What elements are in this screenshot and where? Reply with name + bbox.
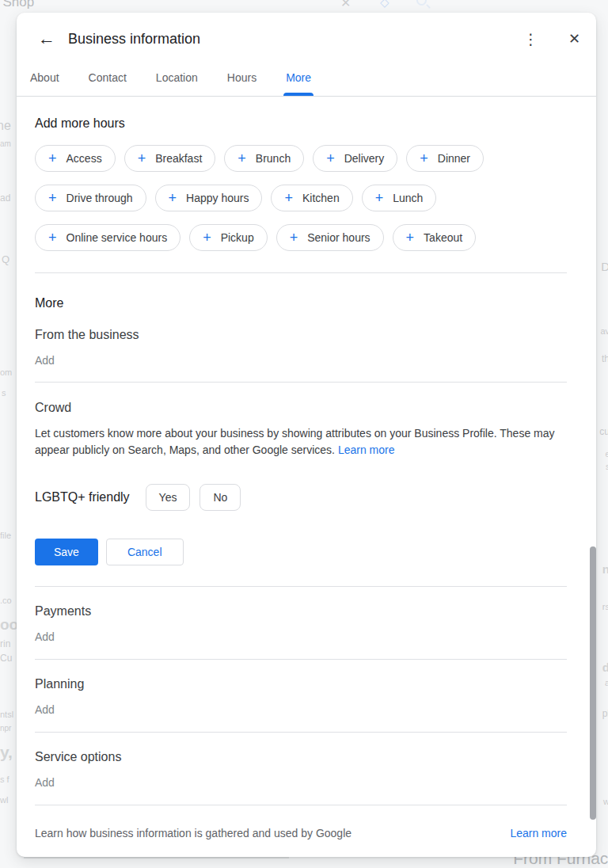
tab-label: Location	[156, 71, 198, 84]
background-text-fragment: wl	[0, 795, 8, 805]
tab-label: Hours	[227, 71, 256, 84]
plus-icon: +	[326, 151, 335, 166]
plus-icon: +	[290, 230, 298, 245]
chip-online-service-hours[interactable]: +Online service hours	[35, 224, 180, 251]
section-divider	[35, 659, 567, 660]
tab-label: Contact	[89, 71, 127, 84]
chip-drive-through[interactable]: +Drive through	[35, 185, 146, 211]
plus-icon: +	[48, 230, 57, 245]
add-payments-button[interactable]: Add	[35, 630, 55, 643]
dialog-content: Add more hours +Access+Breakfast+Brunch+…	[17, 116, 596, 839]
chip-happy-hours[interactable]: +Happy hours	[155, 185, 263, 211]
background-text-fragment: rin	[0, 638, 10, 649]
chip-delivery[interactable]: +Delivery	[313, 145, 397, 172]
option-yes-button[interactable]: Yes	[146, 484, 191, 511]
crowd-learn-more-link[interactable]: Learn more	[338, 444, 395, 456]
chip-label: Takeout	[424, 231, 462, 244]
background-text-fragment: n	[602, 562, 608, 576]
chip-label: Online service hours	[66, 231, 168, 244]
chip-label: Dinner	[438, 152, 470, 165]
plus-icon: +	[375, 191, 384, 205]
close-icon[interactable]: ✕	[568, 32, 580, 46]
tab-location[interactable]: Location	[154, 59, 200, 96]
more-section-heading: More	[35, 296, 567, 310]
background-text-fragment: y,	[0, 743, 13, 762]
kebab-menu-icon[interactable]: ⋮	[523, 32, 538, 47]
background-close-icon: ✕	[340, 0, 351, 10]
chip-lunch[interactable]: +Lunch	[362, 185, 437, 211]
option-no-button[interactable]: No	[200, 484, 241, 511]
tab-about[interactable]: About	[28, 59, 61, 96]
background-text-fragment: pl	[602, 708, 608, 719]
background-text-fragment: e	[605, 450, 608, 459]
background-text-fragment: w	[603, 797, 608, 806]
attribute-group-planning: PlanningAdd	[35, 677, 567, 733]
attribute-groups: PaymentsAddPlanningAddService optionsAdd	[35, 604, 567, 805]
section-divider	[35, 732, 567, 733]
back-arrow-icon[interactable]: ←	[38, 30, 57, 48]
chip-label: Pickup	[221, 231, 254, 244]
chip-label: Kitchen	[302, 192, 340, 204]
background-text-fragment: .co	[0, 596, 12, 605]
background-text-fragment: file	[0, 531, 11, 540]
footer-learn-more-link[interactable]: Learn more	[510, 827, 567, 839]
tab-label: About	[30, 71, 59, 84]
background-page-title: t Shop	[0, 0, 34, 10]
business-information-dialog: ← Business information ⋮ ✕ AboutContactL…	[17, 13, 596, 857]
add-service-options-button[interactable]: Add	[35, 776, 55, 789]
chip-breakfast[interactable]: +Breakfast	[124, 145, 216, 172]
attribute-group-service-options: Service optionsAdd	[35, 750, 567, 805]
background-text-fragment: npr	[0, 724, 11, 733]
plus-icon: +	[203, 230, 211, 245]
save-button[interactable]: Save	[35, 539, 98, 565]
chip-label: Breakfast	[155, 152, 202, 165]
background-text-fragment: s f	[0, 775, 10, 784]
tab-contact[interactable]: Contact	[87, 59, 128, 96]
section-divider	[35, 272, 567, 273]
background-text-fragment: rs	[602, 602, 608, 611]
plus-icon: +	[284, 191, 293, 205]
crowd-heading: Crowd	[35, 401, 567, 415]
chip-dinner[interactable]: +Dinner	[406, 145, 484, 172]
add-from-the-business-button[interactable]: Add	[35, 354, 55, 367]
chip-label: Brunch	[256, 152, 291, 165]
dialog-footer: Learn how business information is gather…	[35, 827, 567, 839]
chip-label: Senior hours	[307, 231, 370, 244]
background-directions-icon: ◇	[380, 0, 390, 10]
crowd-description: Let customers know more about your busin…	[35, 425, 567, 459]
chip-brunch[interactable]: +Brunch	[224, 145, 304, 172]
chip-kitchen[interactable]: +Kitchen	[271, 185, 352, 211]
attribute-options: YesNo	[146, 484, 241, 511]
background-text-fragment: am	[0, 139, 11, 148]
dialog-title: Business information	[68, 31, 200, 48]
dialog-header: ← Business information ⋮ ✕	[17, 13, 596, 59]
tab-bar: AboutContactLocationHoursMore	[17, 59, 596, 97]
tab-hours[interactable]: Hours	[226, 59, 258, 96]
background-text-fragment: Cu	[0, 653, 12, 664]
background-text-fragment: D	[601, 260, 608, 273]
chip-takeout[interactable]: +Takeout	[393, 224, 477, 251]
background-text-fragment: ne	[0, 119, 11, 133]
chip-label: Lunch	[393, 192, 423, 204]
background-text-fragment: cu	[599, 426, 608, 437]
from-the-business-label: From the business	[35, 328, 567, 342]
add-planning-button[interactable]: Add	[35, 703, 55, 716]
chip-access[interactable]: +Access	[35, 145, 116, 172]
scrollbar-thumb[interactable]	[590, 546, 596, 820]
tab-more[interactable]: More	[284, 59, 313, 96]
chip-pickup[interactable]: +Pickup	[189, 224, 268, 251]
attribute-group-payments: PaymentsAdd	[35, 604, 567, 660]
lgbtq-friendly-row: LGBTQ+ friendly YesNo	[35, 484, 567, 511]
chip-label: Drive through	[66, 192, 133, 204]
chip-senior-hours[interactable]: +Senior hours	[276, 224, 384, 251]
add-more-hours-heading: Add more hours	[35, 116, 567, 131]
cancel-button[interactable]: Cancel	[106, 539, 184, 565]
background-text-fragment: Q	[2, 253, 10, 265]
footer-text: Learn how business information is gather…	[35, 827, 352, 839]
planning-label: Planning	[35, 677, 567, 691]
background-text-fragment: d	[602, 661, 608, 674]
plus-icon: +	[48, 191, 57, 205]
background-text-fragment: ad	[0, 192, 10, 204]
chip-label: Happy hours	[186, 192, 249, 204]
plus-icon: +	[406, 230, 415, 245]
